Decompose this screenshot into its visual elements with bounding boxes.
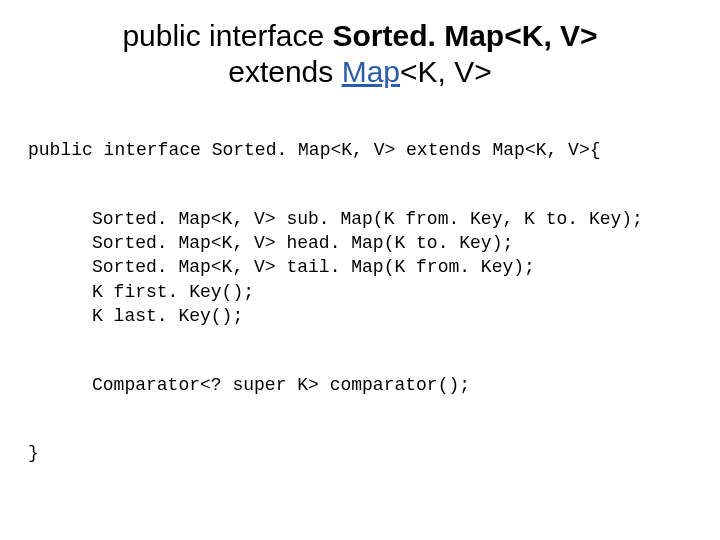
- slide: public interface Sorted. Map<K, V> exten…: [0, 0, 720, 540]
- title-extends: extends: [228, 55, 341, 88]
- code-line-firstkey: K first. Key();: [92, 282, 254, 302]
- slide-title: public interface Sorted. Map<K, V> exten…: [28, 18, 692, 90]
- title-generics: <K, V>: [400, 55, 492, 88]
- code-line-submap: Sorted. Map<K, V> sub. Map(K from. Key, …: [92, 209, 643, 229]
- code-methods-group1: Sorted. Map<K, V> sub. Map(K from. Key, …: [28, 207, 692, 328]
- title-classname: Sorted. Map<K, V>: [333, 19, 598, 52]
- code-declaration: public interface Sorted. Map<K, V> exten…: [28, 140, 601, 160]
- code-line-comparator: Comparator<? super K> comparator();: [92, 375, 470, 395]
- title-link-map[interactable]: Map: [342, 55, 400, 88]
- code-line-lastkey: K last. Key();: [92, 306, 243, 326]
- code-closing-brace: }: [28, 441, 692, 465]
- code-block: public interface Sorted. Map<K, V> exten…: [28, 114, 692, 514]
- code-line-tailmap: Sorted. Map<K, V> tail. Map(K from. Key)…: [92, 257, 535, 277]
- title-prefix: public interface: [122, 19, 332, 52]
- code-line-headmap: Sorted. Map<K, V> head. Map(K to. Key);: [92, 233, 513, 253]
- code-methods-group2: Comparator<? super K> comparator();: [28, 373, 692, 397]
